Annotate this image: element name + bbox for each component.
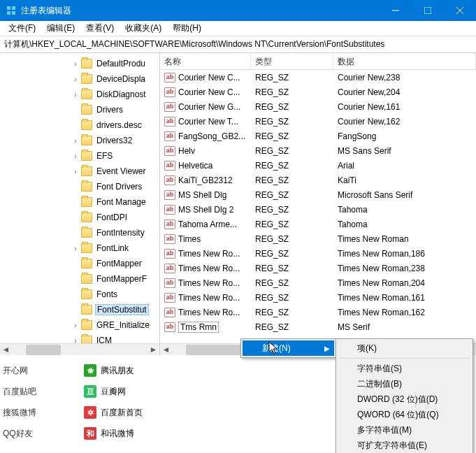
expander-icon[interactable]: ›	[70, 245, 81, 252]
string-value-icon	[164, 278, 175, 288]
cell-data: Microsoft Sans Serif	[333, 190, 476, 200]
list-row[interactable]: Courier New G...REG_SZCourier New,161	[160, 99, 476, 114]
expander-icon[interactable]: ›	[70, 322, 81, 329]
list-row[interactable]: Courier New T...REG_SZCourier New,162	[160, 114, 476, 129]
minimize-button[interactable]	[380, 0, 412, 21]
list-row[interactable]: Tahoma Arme...REG_SZTahoma	[160, 217, 476, 231]
address-bar[interactable]: 计算机\HKEY_LOCAL_MACHINE\SOFTWARE\Microsof…	[0, 36, 476, 53]
expander-icon[interactable]: ›	[70, 168, 81, 175]
app-link-douban[interactable]: 豆 豆瓣网	[84, 385, 126, 398]
list-row[interactable]: MS Shell DlgREG_SZMicrosoft Sans Serif	[160, 187, 476, 202]
folder-icon	[81, 197, 92, 207]
submenu-dword[interactable]: DWORD (32 位)值(D)	[338, 391, 471, 407]
menu-help[interactable]: 帮助(H)	[167, 21, 207, 36]
list-row[interactable]: Courier New C...REG_SZCourier New,204	[160, 85, 476, 99]
tree-item[interactable]: FontMapper	[0, 256, 159, 271]
list-row[interactable]: Times New Ro...REG_SZTimes New Roman,204	[160, 275, 476, 290]
submenu-string[interactable]: 字符串值(S)	[338, 361, 471, 376]
context-menu-new[interactable]: 新建(N) ▶	[243, 340, 334, 356]
tree-item[interactable]: FontSubstitut	[0, 302, 159, 317]
submenu-key[interactable]: 项(K)	[338, 340, 471, 356]
cell-name: FangSong_GB2...	[160, 131, 251, 141]
app-link-baidu[interactable]: ✲ 百度新首页	[84, 406, 143, 419]
tree-item[interactable]: ›EFS	[0, 148, 159, 164]
cell-data: KaiTi	[333, 175, 476, 185]
menu-favorites[interactable]: 收藏夹(A)	[120, 21, 167, 36]
list-row[interactable]: HelveticaREG_SZArial	[160, 158, 476, 173]
folder-icon	[81, 166, 92, 176]
submenu-multi[interactable]: 多字符串值(M)	[338, 422, 471, 438]
list-row[interactable]: Tms RmnREG_SZMS Serif	[160, 319, 476, 334]
tree-pane[interactable]: ›DefaultProdu›DeviceDispla›DiskDiagnostD…	[0, 53, 160, 355]
list-row[interactable]: MS Shell Dlg 2REG_SZTahoma	[160, 202, 476, 217]
value-name: Courier New C...	[178, 73, 240, 82]
list-row[interactable]: TimesREG_SZTimes New Roman	[160, 231, 476, 246]
list-row[interactable]: Times New Ro...REG_SZTimes New Roman,161	[160, 290, 476, 305]
close-button[interactable]	[444, 0, 476, 21]
maximize-button[interactable]	[412, 0, 444, 21]
site-link-kaixin[interactable]: 开心网	[3, 365, 45, 377]
submenu-qword[interactable]: QWORD (64 位)值(Q)	[338, 407, 471, 422]
tree-item[interactable]: FontIntensity	[0, 225, 159, 240]
string-value-icon	[164, 146, 175, 156]
folder-icon	[81, 305, 92, 315]
submenu-expand[interactable]: 可扩充字符串值(E)	[338, 438, 471, 453]
tree-item[interactable]: ›DeviceDispla	[0, 71, 159, 87]
tree-item-label: Fonts	[95, 289, 119, 299]
list-row[interactable]: Courier New C...REG_SZCourier New,238	[160, 70, 476, 85]
expander-icon[interactable]: ›	[70, 76, 81, 83]
tree-item[interactable]: FontDPI	[0, 210, 159, 225]
context-submenu[interactable]: 项(K) 字符串值(S) 二进制值(B) DWORD (32 位)值(D) QW…	[336, 338, 473, 453]
list-row[interactable]: HelvREG_SZMS Sans Serif	[160, 143, 476, 158]
site-link-tieba[interactable]: 百度贴吧	[3, 386, 45, 398]
menu-file[interactable]: 文件(F)	[3, 21, 41, 36]
site-link-sohuwb[interactable]: 搜狐微博	[3, 407, 45, 419]
expander-icon[interactable]: ›	[70, 60, 81, 68]
column-name[interactable]: 名称	[160, 53, 251, 69]
scroll-right-icon[interactable]: ►	[147, 344, 159, 356]
list-pane[interactable]: 名称 类型 数据 Courier New C...REG_SZCourier N…	[160, 53, 476, 355]
list-row[interactable]: Times New Ro...REG_SZTimes New Roman,162	[160, 305, 476, 319]
site-link-qq[interactable]: QQ好友	[3, 428, 45, 440]
expander-icon[interactable]: ›	[70, 152, 81, 160]
tree-item[interactable]: ›DefaultProdu	[0, 56, 159, 71]
string-value-icon	[164, 293, 175, 303]
list-row[interactable]: KaiTi_GB2312REG_SZKaiTi	[160, 173, 476, 187]
menu-view[interactable]: 查看(V)	[80, 21, 120, 36]
app-link-pengyou[interactable]: ❀ 腾讯朋友	[84, 364, 134, 377]
tree-item[interactable]: Fonts	[0, 287, 159, 302]
cell-type: REG_SZ	[251, 264, 333, 273]
column-type[interactable]: 类型	[251, 53, 333, 69]
expander-icon[interactable]: ›	[70, 91, 81, 99]
cell-type: REG_SZ	[251, 117, 333, 127]
submenu-binary[interactable]: 二进制值(B)	[338, 376, 471, 391]
tree-item[interactable]: Font Drivers	[0, 179, 159, 194]
value-name: Tms Rmn	[178, 322, 219, 333]
tree-item[interactable]: drivers.desc	[0, 117, 159, 133]
tree-horizontal-scrollbar[interactable]: ◄ ►	[0, 343, 159, 355]
list-row[interactable]: FangSong_GB2...REG_SZFangSong	[160, 129, 476, 143]
tree-item[interactable]: ›Event Viewer	[0, 164, 159, 179]
value-name: Times New Ro...	[178, 278, 240, 288]
tree-item[interactable]: ›GRE_Initialize	[0, 317, 159, 333]
scroll-left-icon[interactable]: ◄	[0, 344, 12, 356]
scroll-left-icon[interactable]: ◄	[160, 344, 172, 356]
menu-edit[interactable]: 编辑(E)	[41, 21, 80, 36]
cell-name: Tms Rmn	[160, 322, 251, 333]
tree-item[interactable]: Drivers	[0, 102, 159, 117]
expander-icon[interactable]: ›	[70, 137, 81, 145]
tree-item[interactable]: ›DiskDiagnost	[0, 87, 159, 102]
column-data[interactable]: 数据	[333, 53, 476, 69]
context-menu[interactable]: 新建(N) ▶	[240, 338, 336, 358]
hexun-icon: 和	[84, 427, 96, 440]
app-link-hexun[interactable]: 和 和讯微博	[84, 427, 134, 440]
list-row[interactable]: Times New Ro...REG_SZTimes New Roman,186	[160, 246, 476, 261]
titlebar[interactable]: 注册表编辑器	[0, 0, 476, 21]
scroll-thumb[interactable]	[26, 345, 61, 355]
tree-item[interactable]: ›Drivers32	[0, 133, 159, 148]
list-row[interactable]: Times New Ro...REG_SZTimes New Roman,238	[160, 261, 476, 275]
tree-item[interactable]: FontMapperF	[0, 271, 159, 287]
tree-item[interactable]: Font Manage	[0, 194, 159, 210]
tree-item[interactable]: ›FontLink	[0, 240, 159, 256]
value-name: KaiTi_GB2312	[178, 175, 233, 185]
